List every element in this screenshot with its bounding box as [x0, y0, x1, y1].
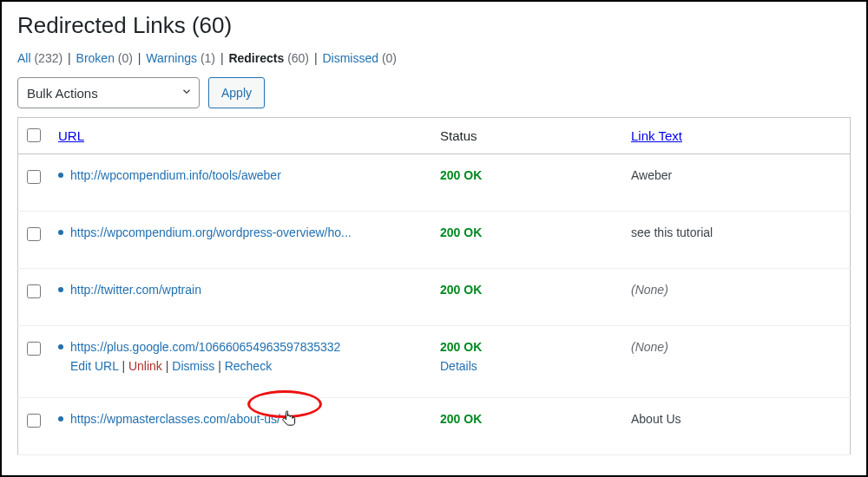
select-all-checkbox[interactable] — [27, 128, 41, 142]
link-url[interactable]: https://wpcompendium.org/wordpress-overv… — [70, 225, 352, 239]
status-value: 200 OK — [440, 412, 482, 426]
bullet-icon — [58, 173, 63, 178]
table-row: https://wpmasterclasses.com/about-us/200… — [18, 398, 851, 455]
link-text-value: About Us — [631, 412, 681, 426]
table-row: http://wpcompendium.info/tools/aweber200… — [18, 154, 851, 212]
status-value: 200 OK — [440, 168, 482, 182]
filter-broken-count: (0) — [118, 51, 133, 65]
filter-all-count: (232) — [34, 51, 62, 65]
filter-warnings[interactable]: Warnings — [146, 51, 197, 65]
filter-warnings-count: (1) — [201, 51, 215, 65]
filter-broken[interactable]: Broken — [76, 51, 115, 65]
col-status: Status — [431, 118, 622, 154]
row-checkbox[interactable] — [27, 342, 41, 356]
link-url[interactable]: http://wpcompendium.info/tools/aweber — [70, 168, 281, 182]
row-checkbox[interactable] — [27, 170, 41, 184]
bullet-icon — [58, 230, 63, 235]
bulk-actions-select[interactable]: Bulk Actions — [17, 77, 200, 108]
link-url[interactable]: https://wpmasterclasses.com/about-us/ — [70, 412, 280, 426]
link-url[interactable]: http://twitter.com/wptrain — [70, 283, 201, 297]
details-action[interactable]: Details — [440, 359, 614, 373]
link-text-value: Aweber — [631, 168, 672, 182]
bullet-icon — [58, 344, 63, 350]
filter-all[interactable]: All — [17, 51, 31, 65]
bullet-icon — [58, 287, 63, 292]
page-title: Redirected Links (60) — [17, 12, 851, 39]
apply-button[interactable]: Apply — [208, 77, 265, 108]
recheck-action[interactable]: Recheck — [225, 359, 272, 373]
filter-dismissed-count: (0) — [382, 51, 397, 65]
table-row: https://plus.google.com/1066606549635978… — [18, 326, 851, 398]
table-row: https://wpcompendium.org/wordpress-overv… — [18, 212, 851, 269]
col-url[interactable]: URL — [58, 128, 84, 143]
col-linktext[interactable]: Link Text — [631, 128, 682, 143]
status-value: 200 OK — [440, 340, 482, 354]
row-checkbox[interactable] — [27, 414, 41, 428]
link-text-value: (None) — [631, 340, 668, 354]
edit-url-action[interactable]: Edit URL — [70, 359, 119, 373]
link-text-value: (None) — [631, 283, 668, 297]
filter-redirects[interactable]: Redirects — [228, 51, 284, 65]
status-value: 200 OK — [440, 283, 482, 297]
table-row: http://twitter.com/wptrain200 OK(None) — [18, 269, 851, 326]
filter-dismissed[interactable]: Dismissed — [322, 51, 378, 65]
row-checkbox[interactable] — [27, 227, 41, 241]
filter-links: All (232) | Broken (0) | Warnings (1) | … — [17, 51, 851, 65]
unlink-action[interactable]: Unlink — [128, 359, 162, 373]
link-text-value: see this tutorial — [631, 225, 713, 239]
link-url[interactable]: https://plus.google.com/1066606549635978… — [70, 340, 340, 354]
filter-redirects-count: (60) — [287, 51, 309, 65]
links-table: URL Status Link Text http://wpcompendium… — [17, 117, 851, 455]
row-checkbox[interactable] — [27, 284, 41, 298]
dismiss-action[interactable]: Dismiss — [172, 359, 214, 373]
status-value: 200 OK — [440, 225, 482, 239]
bullet-icon — [58, 416, 63, 421]
row-actions: Edit URL | Unlink | Dismiss | Recheck — [58, 359, 423, 373]
